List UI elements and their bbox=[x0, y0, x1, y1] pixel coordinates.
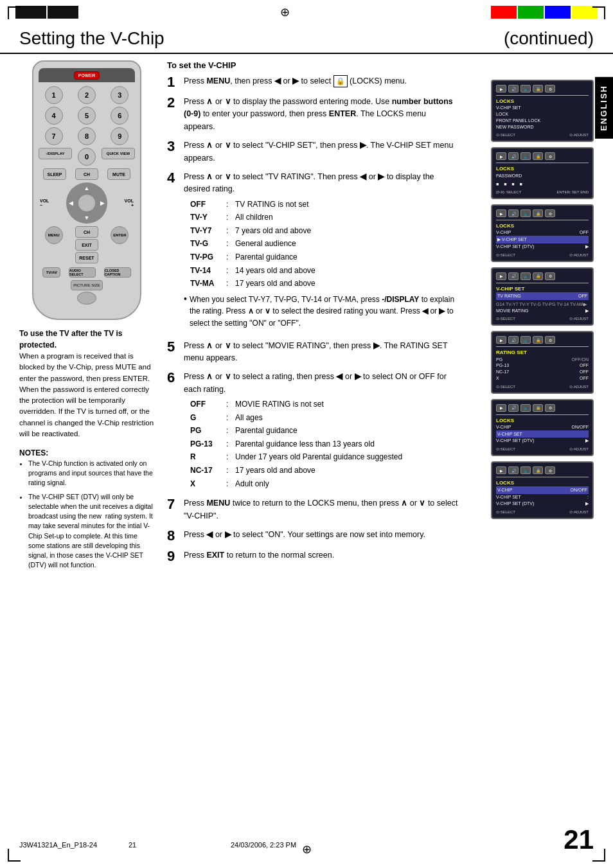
sc-icon-4-1: ▶ bbox=[496, 272, 506, 280]
sc-icon-4: 🔒 bbox=[533, 85, 543, 93]
remote-control: POWER 1 2 3 4 5 6 7 8 9 -/DISPLAY 0 QUIC… bbox=[32, 60, 141, 320]
page-title-right: (continued) bbox=[504, 28, 594, 49]
screen-5: ▶ 🔊 📺 🔒 ⚙ RATING SET PGOFF/ON PG-13OFF N… bbox=[491, 331, 594, 393]
btn-4: 4 bbox=[45, 107, 63, 125]
sc-icon-7-2: 🔊 bbox=[508, 466, 519, 474]
notes-item-2: The V-CHIP SET (DTV) will only be select… bbox=[28, 492, 154, 571]
btn-8: 8 bbox=[78, 127, 96, 145]
btn-2: 2 bbox=[78, 86, 96, 104]
notes-list: The V-Chip function is activated only on… bbox=[19, 459, 154, 570]
screen-2-text: LOCKS PASSWORD ■ ■ ■ ■ bbox=[496, 165, 589, 188]
screen-5-bottom: ⊙:SELECT⊙:ADJUST bbox=[496, 384, 589, 389]
btn-quickview: QUICK VIEW bbox=[102, 148, 135, 159]
step-8-number: 8 bbox=[167, 529, 181, 543]
screen-3-text: LOCKS V-CHIP OFF ▶ V-CHIP SET V-CHIP SET… bbox=[496, 222, 589, 250]
screen-1-bottom: ⊙:SELECT⊙:ADJUST bbox=[496, 132, 589, 137]
btn-mute: MUTE bbox=[107, 168, 130, 180]
step-6: 6 Press ∧ or ∨ to select a rating, then … bbox=[167, 371, 459, 491]
btn-picture-size: PICTURE SIZE bbox=[71, 280, 103, 290]
nav-right-arrow: ▶ bbox=[100, 200, 105, 206]
btn-display: -/DISPLAY bbox=[39, 148, 72, 159]
sc-icon-5-1: ▶ bbox=[496, 336, 506, 344]
screen-4-icons: ▶ 🔊 📺 🔒 ⚙ bbox=[496, 272, 589, 280]
step-1-number: 1 bbox=[167, 75, 181, 89]
sc-icon-5-3: 📺 bbox=[520, 336, 531, 344]
screen-2-bottom: (0-9): SELECTENTER: SET END bbox=[496, 190, 589, 194]
step-7: 7 Press MENU twice to return to the LOCK… bbox=[167, 497, 459, 522]
step-4: 4 Press ∧ or ∨ to select "TV RATING". Th… bbox=[167, 171, 459, 333]
step-6-number: 6 bbox=[167, 371, 181, 385]
step-9-number: 9 bbox=[167, 549, 181, 563]
menu-row: MENU CH EXIT RESET ENTER bbox=[39, 226, 135, 263]
sc-icon-3: 📺 bbox=[520, 85, 531, 93]
btn-1: 1 bbox=[45, 86, 63, 104]
notes-section: NOTES: The V-Chip function is activated … bbox=[19, 447, 154, 570]
page-title-left: Setting the V-Chip bbox=[19, 28, 164, 49]
sc-icon-7-4: 🔒 bbox=[533, 466, 543, 474]
left-column: POWER 1 2 3 4 5 6 7 8 9 -/DISPLAY 0 QUIC… bbox=[19, 60, 154, 574]
sc-icon-5-5: ⚙ bbox=[545, 336, 555, 344]
sc-icon-3-4: 🔒 bbox=[533, 209, 543, 217]
tv-ratings-table: OFF:TV RATING is not set TV-Y:All childr… bbox=[190, 199, 459, 290]
bottom-row: TV/AV AUDIO SELECT CLOSED CAPTION bbox=[39, 267, 135, 278]
sc-icon-4-3: 📺 bbox=[520, 272, 531, 280]
footer-page-num-center: 21 bbox=[129, 841, 136, 849]
nav-center bbox=[78, 195, 95, 211]
step-3-content: Press ∧ or ∨ to select "V-CHIP SET", the… bbox=[184, 139, 459, 164]
sc-icon-6-5: ⚙ bbox=[545, 404, 555, 412]
sc-icon-4-2: 🔊 bbox=[508, 272, 519, 280]
screen-7-icons: ▶ 🔊 📺 🔒 ⚙ bbox=[496, 466, 589, 474]
btn-audio-select: AUDIO SELECT bbox=[69, 267, 96, 278]
screen-1-text: LOCKS V-CHIP SET LOCK FRONT PANEL LOCK N… bbox=[496, 98, 589, 130]
nav-down-arrow: ▼ bbox=[84, 215, 90, 221]
screen-4-text: V-CHIP SET TV RATING OFF G14 TV-Y7 TV-Y … bbox=[496, 285, 589, 314]
screen-7-text: LOCKS V-CHIP ON/OFF V-CHIP SET : V-CHIP … bbox=[496, 479, 589, 507]
notes-title: NOTES: bbox=[19, 447, 154, 459]
screen-6-icons: ▶ 🔊 📺 🔒 ⚙ bbox=[496, 404, 589, 412]
tv-use-section: To use the TV after the TV is protected.… bbox=[19, 328, 154, 439]
screen-3: ▶ 🔊 📺 🔒 ⚙ LOCKS V-CHIP OFF ▶ V-CHIP SET … bbox=[491, 204, 594, 262]
btn-reset: RESET bbox=[75, 252, 98, 263]
footer-doc-id: J3W41321A_En_P18-24 bbox=[19, 841, 97, 849]
btn-closed-caption: CLOSED CAPTION bbox=[104, 267, 131, 278]
step-1-content: Press MENU, then press ◀ or ▶ to select … bbox=[184, 75, 459, 87]
notes-item-1: The V-Chip function is activated only on… bbox=[28, 459, 154, 488]
sc-icon-6-3: 📺 bbox=[520, 404, 531, 412]
number-grid: 1 2 3 4 5 6 7 8 9 bbox=[39, 86, 135, 145]
btn-6: 6 bbox=[111, 107, 129, 125]
power-button: POWER bbox=[74, 71, 100, 80]
step-7-content: Press MENU twice to return to the LOCKS … bbox=[184, 497, 459, 522]
sc-icon-3-2: 🔊 bbox=[508, 209, 519, 217]
screens-column: ▶ 🔊 📺 🔒 ⚙ LOCKS V-CHIP SET LOCK FRONT PA… bbox=[491, 60, 594, 574]
sc-icon-6-4: 🔒 bbox=[533, 404, 543, 412]
btn-oval bbox=[77, 292, 96, 305]
step-9: 9 Press EXIT to return to the normal scr… bbox=[167, 549, 459, 563]
btn-5: 5 bbox=[78, 107, 96, 125]
sc-icon-7-5: ⚙ bbox=[545, 466, 555, 474]
section-header: To set the V-CHIP bbox=[167, 60, 459, 70]
btn-7: 7 bbox=[45, 127, 63, 145]
nav-circle: ▲ ▼ ◀ ▶ bbox=[66, 182, 107, 224]
sc-icon-6-2: 🔊 bbox=[508, 404, 519, 412]
step-9-content: Press EXIT to return to the normal scree… bbox=[184, 549, 459, 562]
screen-3-bottom: ⊙:SELECT⊙:ADJUST bbox=[496, 252, 589, 257]
step-5-content: Press ∧ or ∨ to select "MOVIE RATING", t… bbox=[184, 340, 459, 365]
step-6-content: Press ∧ or ∨ to select a rating, then pr… bbox=[184, 371, 459, 491]
sleep-ch-mute-row: SLEEP CH MUTE bbox=[39, 168, 135, 180]
tv-use-title: To use the TV after the TV is protected. bbox=[19, 328, 154, 351]
step-8: 8 Press ◀ or ▶ to select "ON". Your sett… bbox=[167, 529, 459, 543]
step-5: 5 Press ∧ or ∨ to select "MOVIE RATING",… bbox=[167, 340, 459, 365]
sc-icon-2-3: 📺 bbox=[520, 152, 531, 160]
step-8-content: Press ◀ or ▶ to select "ON". Your settin… bbox=[184, 529, 459, 541]
step-3-number: 3 bbox=[167, 139, 181, 154]
sc-icon-6-1: ▶ bbox=[496, 404, 506, 412]
btn-9: 9 bbox=[111, 127, 129, 145]
btn-ch-exit: CH bbox=[75, 226, 98, 238]
btn-0: 0 bbox=[78, 148, 96, 166]
tv-use-text: When a program is received that is block… bbox=[19, 351, 154, 439]
color-block-blue bbox=[545, 6, 571, 19]
sc-icon-4-5: ⚙ bbox=[545, 272, 555, 280]
sc-icon-2: 🔊 bbox=[508, 85, 519, 93]
btn-enter: ENTER bbox=[111, 226, 129, 244]
color-block-red bbox=[491, 6, 517, 19]
